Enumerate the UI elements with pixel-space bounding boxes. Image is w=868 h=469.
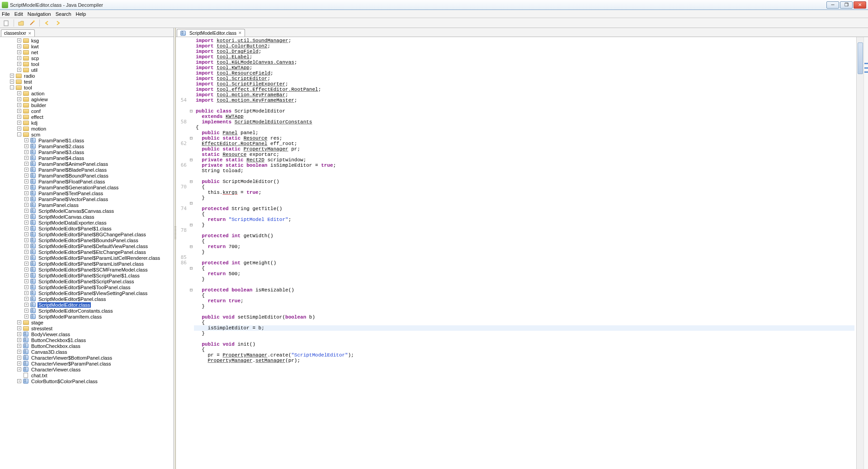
expand-icon[interactable]: + <box>24 303 28 307</box>
expand-icon[interactable]: + <box>24 191 28 195</box>
expand-icon[interactable]: + <box>17 332 21 336</box>
expand-icon[interactable]: + <box>24 256 28 260</box>
overview-ruler[interactable] <box>863 37 868 469</box>
tree-node[interactable]: +ParamPanel$3.class <box>0 149 174 155</box>
wand-button[interactable] <box>28 19 37 27</box>
tree-node[interactable]: +ScriptModelEditor$Panel$SCMFrameModel.c… <box>0 267 174 272</box>
expand-icon[interactable]: + <box>24 267 28 272</box>
tree-node[interactable]: +ParamPanel$TextPanel.class <box>0 190 174 196</box>
tree-node[interactable]: +conf <box>0 108 174 114</box>
class-tree[interactable]: +ksg+kwt+net+scp+tool+util+radio+test-to… <box>0 37 174 469</box>
expand-icon[interactable]: + <box>17 127 21 131</box>
expand-icon[interactable]: + <box>24 232 28 236</box>
expand-icon[interactable]: + <box>17 320 21 324</box>
tree-node[interactable]: +ScriptModelEditor$Panel$ToolPanel.class <box>0 284 174 290</box>
expand-icon[interactable]: + <box>17 356 21 360</box>
expand-icon[interactable]: + <box>17 379 21 383</box>
splitter[interactable] <box>174 28 176 469</box>
expand-icon[interactable]: + <box>17 121 21 125</box>
menu-edit[interactable]: Edit <box>14 11 23 17</box>
tree-node[interactable]: +stresstest <box>0 325 174 331</box>
expand-icon[interactable] <box>17 373 21 377</box>
tree-node[interactable]: +ParamPanel$AnimePanel.class <box>0 161 174 167</box>
tab-scriptmodeleditor[interactable]: ScriptModelEditor.class ✕ <box>177 29 245 37</box>
expand-icon[interactable]: + <box>24 168 28 172</box>
expand-icon[interactable]: + <box>17 367 21 371</box>
tree-node[interactable]: +ButtonCheckbox$1.class <box>0 337 174 343</box>
editor[interactable]: 54 58 62 66 70 74 78 85 86 ⊟ ⊟ ⊟ ⊟ ⊟ ⊟ ⊟… <box>176 37 868 469</box>
tree-node[interactable]: +BodyViewer.class <box>0 331 174 337</box>
tree-node[interactable]: +builder <box>0 102 174 108</box>
expand-icon[interactable]: + <box>17 68 21 72</box>
tree-node[interactable]: +ParamPanel$FloatPanel.class <box>0 178 174 184</box>
expand-icon[interactable]: + <box>24 156 28 160</box>
expand-icon[interactable]: + <box>24 185 28 189</box>
new-button[interactable] <box>2 19 11 27</box>
back-button[interactable] <box>42 19 52 27</box>
tree-node[interactable]: +ScriptModelEditor$Panel$EtcChangePanel.… <box>0 249 174 255</box>
expand-icon[interactable]: + <box>24 215 28 219</box>
expand-icon[interactable]: + <box>17 44 21 48</box>
expand-icon[interactable]: + <box>17 50 21 54</box>
tree-node[interactable]: +ScriptModelEditor$Panel$ParamListPanel.… <box>0 261 174 267</box>
expand-icon[interactable]: + <box>17 56 21 60</box>
tree-node[interactable]: +ScriptModelEditor$Panel$DefaultViewPane… <box>0 243 174 249</box>
expand-icon[interactable]: + <box>24 244 28 248</box>
expand-icon[interactable]: + <box>24 297 28 301</box>
expand-icon[interactable]: + <box>17 62 21 66</box>
tree-node[interactable]: +CharacterViewer.class <box>0 366 174 372</box>
tree-node[interactable]: chat.txt <box>0 372 174 378</box>
close-icon[interactable]: ✕ <box>238 31 242 35</box>
tree-node[interactable]: +ButtonCheckbox.class <box>0 343 174 349</box>
expand-icon[interactable]: + <box>10 80 14 84</box>
expand-icon[interactable]: + <box>17 103 21 107</box>
expand-icon[interactable]: + <box>24 138 28 142</box>
expand-icon[interactable]: + <box>17 38 21 42</box>
tree-node[interactable]: +Canvas3D.class <box>0 349 174 355</box>
expand-icon[interactable]: + <box>24 179 28 183</box>
expand-icon[interactable]: + <box>24 197 28 201</box>
tree-node[interactable]: +ScriptModelEditor$Panel$ScriptPanel$1.c… <box>0 272 174 278</box>
tree-node[interactable]: +ParamPanel$VectorPanel.class <box>0 196 174 202</box>
expand-icon[interactable]: + <box>24 279 28 283</box>
tree-node[interactable]: +motion <box>0 126 174 131</box>
tree-node[interactable]: +ScriptModelEditor$Panel$BoundsPanel.cla… <box>0 237 174 243</box>
tree-node[interactable]: +tool <box>0 61 174 67</box>
fold-column[interactable]: ⊟ ⊟ ⊟ ⊟ ⊟ ⊟ ⊟ ⊟ ⊟ <box>189 37 194 469</box>
expand-icon[interactable]: + <box>24 226 28 230</box>
tree-node[interactable]: +CharacterViewer$BottomPanel.class <box>0 355 174 361</box>
expand-icon[interactable]: + <box>17 326 21 330</box>
expand-icon[interactable]: + <box>17 109 21 113</box>
expand-icon[interactable]: + <box>24 162 28 166</box>
tree-node[interactable]: +ScriptModelEditor$Panel$ParamListCellRe… <box>0 255 174 261</box>
expand-icon[interactable]: + <box>24 309 28 313</box>
menu-file[interactable]: File <box>2 11 10 17</box>
forward-button[interactable] <box>53 19 62 27</box>
tree-node[interactable]: +ScriptModelEditor$Panel$1.class <box>0 225 174 231</box>
expand-icon[interactable]: + <box>24 144 28 148</box>
tree-node[interactable]: +net <box>0 49 174 55</box>
menu-search[interactable]: Search <box>56 11 71 17</box>
tree-node[interactable]: +kwt <box>0 43 174 49</box>
tree-node[interactable]: +ksg <box>0 38 174 43</box>
menu-navigation[interactable]: Navigation <box>28 11 51 17</box>
tree-node[interactable]: +stage <box>0 319 174 325</box>
expand-icon[interactable]: + <box>24 209 28 213</box>
expand-icon[interactable]: + <box>24 203 28 207</box>
expand-icon[interactable]: + <box>24 220 28 225</box>
tree-node[interactable]: +ScriptModelEditor$Panel$ViewSettingPane… <box>0 290 174 296</box>
expand-icon[interactable]: + <box>24 238 28 242</box>
editor-scrollbar[interactable] <box>856 37 863 469</box>
tree-node[interactable]: +ParamPanel$BoundPanel.class <box>0 173 174 178</box>
expand-icon[interactable]: + <box>24 250 28 254</box>
expand-icon[interactable]: + <box>17 97 21 101</box>
tree-node[interactable]: +ParamPanel$2.class <box>0 143 174 149</box>
expand-icon[interactable]: + <box>24 285 28 289</box>
expand-icon[interactable]: + <box>17 338 21 342</box>
tree-node[interactable]: +ScriptModelCanvas.class <box>0 214 174 220</box>
code-area[interactable]: import kotori.util.SoundManager; import … <box>194 37 856 469</box>
collapse-icon[interactable]: - <box>17 132 21 136</box>
tree-node[interactable]: +kdj <box>0 120 174 126</box>
tree-node[interactable]: +scp <box>0 55 174 61</box>
tree-node[interactable]: +util <box>0 67 174 73</box>
